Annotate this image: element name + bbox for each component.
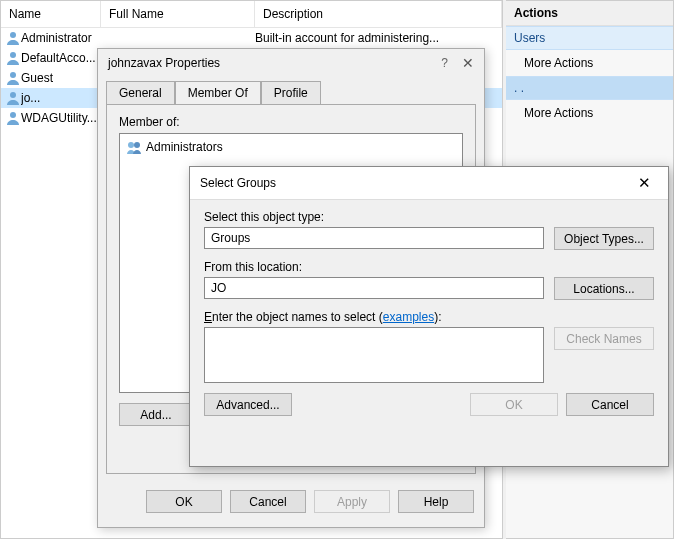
object-types-button[interactable]: Object Types... <box>554 227 654 250</box>
svg-point-4 <box>10 112 16 118</box>
list-header: Name Full Name Description <box>1 1 502 28</box>
ok-button[interactable]: OK <box>470 393 558 416</box>
actions-section-users[interactable]: Users <box>506 26 673 50</box>
properties-tabs: General Member Of Profile <box>98 77 484 104</box>
svg-point-3 <box>10 92 16 98</box>
user-icon <box>5 30 21 46</box>
user-row[interactable]: Administrator Built-in account for admin… <box>1 28 502 48</box>
svg-point-6 <box>134 142 140 148</box>
member-of-label: Member of: <box>119 115 463 129</box>
user-icon <box>5 110 21 126</box>
cancel-button[interactable]: Cancel <box>566 393 654 416</box>
col-name-header[interactable]: Name <box>1 1 101 27</box>
properties-buttons: OK Cancel Apply Help <box>98 482 484 523</box>
actions-title: Actions <box>506 1 673 26</box>
member-item[interactable]: Administrators <box>124 138 458 156</box>
user-icon <box>5 90 21 106</box>
apply-button[interactable]: Apply <box>314 490 390 513</box>
group-icon <box>126 139 142 155</box>
col-description-header[interactable]: Description <box>255 1 502 27</box>
user-name: jo... <box>21 91 40 105</box>
tab-memberof[interactable]: Member Of <box>175 81 261 105</box>
advanced-button[interactable]: Advanced... <box>204 393 292 416</box>
user-name: WDAGUtility... <box>21 111 97 125</box>
location-label: From this location: <box>204 260 654 274</box>
help-button[interactable]: Help <box>398 490 474 513</box>
cancel-button[interactable]: Cancel <box>230 490 306 513</box>
select-groups-titlebar[interactable]: Select Groups ✕ <box>190 167 668 200</box>
user-name: Administrator <box>21 31 92 45</box>
object-names-label: Enter the object names to select (exampl… <box>204 310 654 324</box>
close-icon[interactable]: ✕ <box>630 174 658 192</box>
svg-point-0 <box>10 32 16 38</box>
user-name: DefaultAcco... <box>21 51 96 65</box>
svg-point-1 <box>10 52 16 58</box>
object-type-label: Select this object type: <box>204 210 654 224</box>
location-field: JO <box>204 277 544 299</box>
user-icon <box>5 50 21 66</box>
user-icon <box>5 70 21 86</box>
svg-point-2 <box>10 72 16 78</box>
ok-button[interactable]: OK <box>146 490 222 513</box>
user-desc: Built-in account for administering... <box>255 31 498 45</box>
tab-general[interactable]: General <box>106 81 175 105</box>
actions-more-2[interactable]: More Actions <box>506 100 673 126</box>
actions-section-user[interactable]: . . <box>506 76 673 100</box>
select-groups-dialog: Select Groups ✕ Select this object type:… <box>189 166 669 467</box>
help-icon[interactable]: ? <box>441 56 448 70</box>
actions-more-1[interactable]: More Actions <box>506 50 673 76</box>
properties-title: johnzavax Properties <box>108 56 441 70</box>
col-fullname-header[interactable]: Full Name <box>101 1 255 27</box>
tab-profile[interactable]: Profile <box>261 81 321 105</box>
member-name: Administrators <box>146 140 223 154</box>
svg-point-5 <box>128 142 134 148</box>
check-names-button[interactable]: Check Names <box>554 327 654 350</box>
object-type-field: Groups <box>204 227 544 249</box>
close-icon[interactable]: ✕ <box>462 55 474 71</box>
properties-titlebar[interactable]: johnzavax Properties ? ✕ <box>98 49 484 77</box>
select-groups-title: Select Groups <box>200 176 630 190</box>
user-name: Guest <box>21 71 53 85</box>
locations-button[interactable]: Locations... <box>554 277 654 300</box>
add-button[interactable]: Add... <box>119 403 193 426</box>
object-names-input[interactable] <box>204 327 544 383</box>
examples-link[interactable]: examples <box>383 310 434 324</box>
